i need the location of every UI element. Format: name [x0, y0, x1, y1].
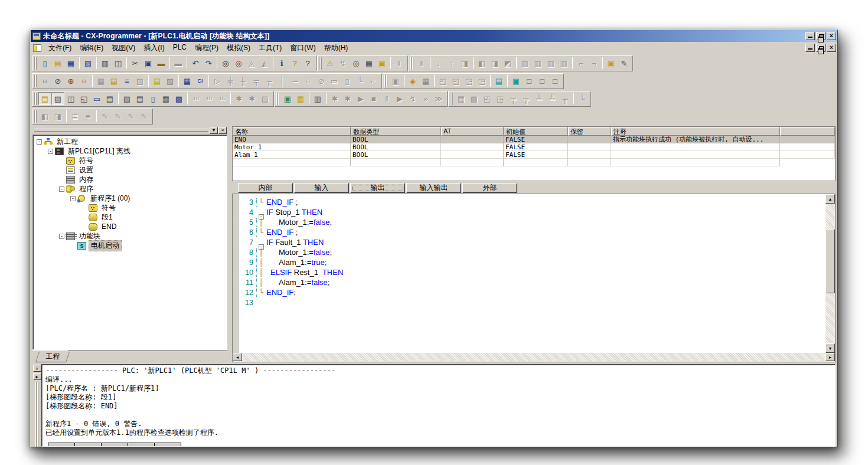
tree-item-END-9[interactable]: END — [34, 222, 227, 231]
doc-preview-icon[interactable]: ▧ — [81, 57, 94, 70]
copy-icon[interactable]: ▣ — [142, 57, 155, 70]
address-list-icon[interactable]: ≡ — [120, 74, 133, 87]
tree-item-新PLC1[CP1L] 离线-1[interactable]: -新PLC1[CP1L] 离线 — [34, 146, 227, 156]
tab-project[interactable]: 工程 — [35, 352, 70, 362]
code-line[interactable]: 8│Motor_1:=false; — [239, 247, 835, 257]
view-doc-icon[interactable]: ▯ — [146, 92, 159, 105]
toolbar-grip[interactable] — [384, 75, 387, 87]
find-report-icon[interactable]: ◎ — [350, 57, 363, 70]
cell-at[interactable] — [441, 143, 504, 151]
column-header-0[interactable]: 名称 — [233, 127, 351, 136]
cell-comment[interactable]: 指示功能块执行成功 (功能块被执行时, 自动设... — [611, 136, 780, 143]
toggle-project-window-icon[interactable]: ▤ — [38, 92, 51, 105]
toolbar-grip[interactable] — [34, 93, 37, 105]
editor-vertical-scrollbar[interactable]: ▲ ▼ — [825, 194, 835, 353]
scroll-down-icon[interactable]: ▼ — [825, 343, 835, 353]
io-comment-icon[interactable]: ▣ — [510, 74, 523, 87]
menu-item-5[interactable]: 编程(P) — [191, 42, 223, 54]
compile-icon[interactable]: ⚠ — [324, 57, 337, 70]
table-row[interactable]: Motor_1BOOLFALSE — [233, 143, 835, 151]
code-line[interactable]: 4-IF Stop_1 THEN — [239, 207, 835, 217]
st-code-editor[interactable]: 3└END_IF ;4-IF Stop_1 THEN5│Motor_1:=fal… — [232, 194, 836, 353]
menu-item-9[interactable]: 帮助(H) — [320, 42, 353, 54]
cell-at[interactable] — [441, 151, 504, 159]
column-header-5[interactable]: 注释 — [611, 127, 780, 136]
snippet-icon[interactable]: ▤ — [133, 92, 146, 105]
address-reference-icon[interactable]: ▭ — [90, 92, 103, 105]
mdi-document-icon[interactable] — [33, 44, 41, 52]
properties-icon[interactable]: ▤ — [103, 92, 116, 105]
find-icon[interactable]: ◎ — [219, 57, 232, 70]
fb-tab-外部[interactable]: 外部 — [462, 183, 517, 193]
tree-item-功能块-10[interactable]: -功能块 — [34, 231, 227, 241]
cell-type[interactable]: BOOL — [351, 143, 441, 151]
dock-close-button[interactable]: × — [218, 127, 227, 134]
table-row[interactable]: ENOBOOLFALSE指示功能块执行成功 (功能块被执行时, 自动设... — [233, 136, 835, 143]
mdi-close-button[interactable]: × — [827, 44, 836, 52]
cell-name[interactable]: ENO — [233, 136, 351, 143]
fb-check-icon[interactable]: ▨ — [120, 92, 133, 105]
output-tab-stub[interactable] — [154, 443, 181, 446]
list-doc-icon[interactable]: ▦ — [159, 92, 172, 105]
tree-item-新程序1 (00)-6[interactable]: -新程序1 (00) — [34, 194, 227, 203]
close-button[interactable]: × — [827, 32, 836, 40]
mdi-minimize-button[interactable] — [805, 44, 815, 52]
undo-icon[interactable]: ↶ — [189, 57, 202, 70]
scroll-up-icon[interactable]: ▲ — [825, 194, 835, 204]
restore-button[interactable] — [816, 32, 825, 40]
transfer-warn-icon[interactable]: ▦ — [363, 57, 376, 70]
ladder-view-icon[interactable]: ▤ — [151, 74, 164, 87]
output-tab-stub[interactable] — [74, 443, 102, 446]
toolbar-grip[interactable] — [410, 57, 413, 70]
info-icon[interactable]: ℹ — [275, 57, 288, 70]
grid-icon[interactable]: ▦ — [94, 74, 107, 87]
print-icon[interactable]: ▥ — [99, 57, 112, 70]
cell-init[interactable]: FALSE — [504, 151, 568, 159]
tree-item-设置-3[interactable]: 设置 — [34, 165, 227, 175]
tree-item-内存-4[interactable]: 内存 — [34, 175, 227, 184]
menu-item-8[interactable]: 窗口(W) — [286, 42, 319, 54]
toolbar-grip[interactable] — [276, 93, 279, 105]
fb-tab-输入输出[interactable]: 输入输出 — [406, 183, 461, 193]
io-a-icon[interactable]: □ — [523, 74, 536, 87]
mnemonic-icon[interactable]: ▦ — [181, 74, 194, 87]
comment-icon[interactable]: ◈ — [406, 74, 419, 87]
tree-item-符号-7[interactable]: 符号 — [34, 203, 227, 212]
toolbar-grip[interactable] — [34, 57, 37, 70]
comms-warn-icon[interactable]: ▣ — [376, 57, 389, 70]
fb-tab-输出[interactable]: 输出 — [350, 183, 405, 193]
new-icon[interactable]: ▯ — [38, 57, 51, 70]
scroll-left-icon[interactable]: ◄ — [233, 353, 242, 361]
menu-item-4[interactable]: PLC — [169, 42, 191, 54]
redo-icon[interactable]: ↷ — [202, 57, 215, 70]
minimize-button[interactable] — [805, 32, 815, 40]
hierarchy-icon[interactable]: ▨ — [164, 74, 177, 87]
ruler-icon[interactable]: ▤ — [107, 74, 120, 87]
output-expand-button[interactable]: ▸ — [33, 373, 41, 380]
watch-window-icon[interactable]: ◫ — [64, 92, 77, 105]
tree-item-新工程-0[interactable]: -新工程 — [34, 137, 227, 146]
code-line[interactable]: 6└END_IF ; — [239, 227, 835, 237]
print-preview-icon[interactable]: ◫ — [112, 57, 125, 70]
toolbar-grip[interactable] — [319, 57, 322, 70]
cell-type[interactable]: BOOL — [351, 151, 441, 159]
online-simulator-icon[interactable]: ▦ — [294, 92, 307, 105]
tree-expand-icon[interactable]: - — [59, 186, 64, 192]
zoom-fit-icon[interactable]: ○ — [38, 74, 51, 87]
column-header-4[interactable]: 保留 — [568, 127, 611, 136]
tree-item-段1-8[interactable]: 段1 — [34, 212, 227, 222]
paste-icon[interactable]: ▬ — [155, 57, 168, 70]
io-b-icon[interactable]: □ — [536, 74, 549, 87]
output-tab-stub[interactable] — [101, 443, 128, 446]
cell-init[interactable]: FALSE — [504, 143, 568, 151]
code-line[interactable]: 11│Alam_1:=false; — [239, 277, 835, 287]
toolbar-grip[interactable] — [34, 75, 37, 87]
zoom-in-icon[interactable]: ⊕ — [64, 74, 77, 87]
tree-expand-icon[interactable]: - — [37, 139, 42, 145]
toolbar-grip[interactable] — [450, 93, 453, 105]
cell-retain[interactable] — [568, 143, 611, 151]
vertical-splitter[interactable] — [227, 126, 232, 362]
tree-expand-icon[interactable]: - — [48, 149, 53, 154]
output-tab-stub[interactable] — [48, 443, 75, 446]
brush-icon[interactable]: ✎ — [618, 57, 631, 70]
